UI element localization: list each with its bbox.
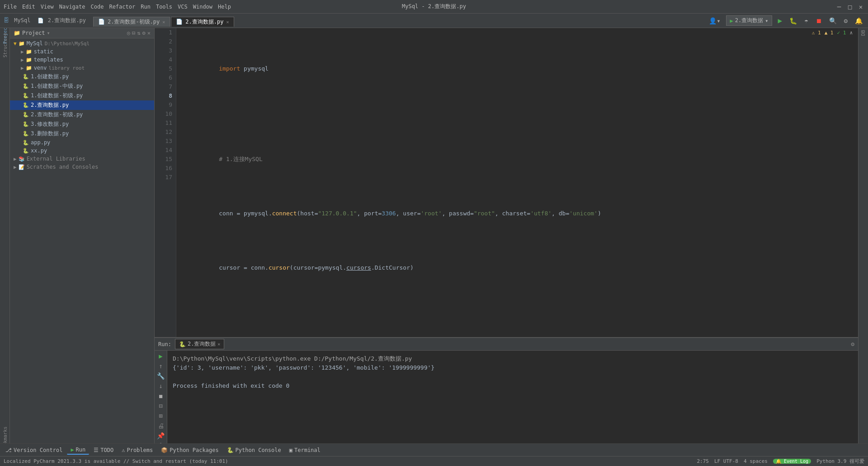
settings-panel-icon[interactable]: ⚙ (142, 30, 146, 36)
indent-indicator[interactable]: 4 spaces (744, 458, 768, 464)
panel-header-icons: ◎ ⊟ ⇅ ⚙ ✕ (127, 30, 151, 36)
run-up-icon[interactable]: ↑ (159, 362, 162, 370)
bottom-toolbar: ⎇ Version Control ▶ Run ☰ TODO ⚠ Problem… (0, 443, 868, 456)
problems-tab[interactable]: ⚠ Problems (118, 446, 156, 454)
run-down-icon[interactable]: ↓ (159, 382, 162, 390)
terminal-icon: ▣ (289, 447, 292, 453)
line-col-indicator[interactable]: 2:75 (697, 458, 709, 464)
title-bar: File Edit View Navigate Code Refactor Ru… (0, 0, 868, 14)
run-stop-icon[interactable]: ◼ (159, 392, 162, 399)
encoding-indicator[interactable]: LF UTF-8 (714, 458, 738, 464)
run-print-icon[interactable]: 🖨 (158, 422, 164, 429)
tree-item-query-main[interactable]: 🐍 2.查询数据.py (10, 100, 154, 110)
tree-item-create3[interactable]: 🐍 1.创建数据-初级.py (10, 91, 154, 100)
run-tab-label: Run (76, 447, 86, 453)
menu-vcs[interactable]: VCS (178, 4, 188, 10)
menu-window[interactable]: Window (193, 4, 212, 10)
run-layout-icon[interactable]: ⊞ (159, 412, 162, 419)
run-tab-main[interactable]: 🐍 2.查询数据 ✕ (175, 339, 224, 349)
close-tab-initial-icon[interactable]: ✕ (162, 19, 165, 24)
close-run-tab-icon[interactable]: ✕ (217, 342, 220, 347)
run-cmd-line: D:\Python\MySql\venv\Scripts\python.exe … (173, 354, 853, 363)
menu-run[interactable]: Run (141, 4, 151, 10)
version-control-icon: ⎇ (5, 447, 12, 453)
run-button[interactable]: ▶ (776, 15, 784, 26)
menu-view[interactable]: View (41, 4, 54, 10)
menu-navigate[interactable]: Navigate (59, 4, 85, 10)
tree-item-venv[interactable]: ▶ 📁 venv library root (10, 64, 154, 72)
code-editor[interactable]: import pymysql # 1.连接MySQL conn = pymysq… (176, 28, 858, 337)
bookmarks-icon[interactable]: Bookmarks (0, 434, 9, 443)
menu-help[interactable]: Help (218, 4, 231, 10)
tab-file-initial[interactable]: 📄 2.查询数据-初级.py ✕ (93, 17, 170, 27)
tree-item-scratches[interactable]: ▶ 📝 Scratches and Consoles (10, 163, 154, 171)
python-version[interactable]: Python 3.9 很可爱 (816, 458, 864, 465)
menu-file[interactable]: File (4, 4, 17, 10)
profile-icon[interactable]: 👤▾ (707, 16, 722, 25)
menu-tools[interactable]: Tools (156, 4, 172, 10)
version-control-tab[interactable]: ⎇ Version Control (2, 446, 66, 454)
py-file-icon-1: 🐍 (23, 74, 29, 80)
tree-item-create1[interactable]: 🐍 1.创建数据.py (10, 72, 154, 81)
tree-item-query-basic[interactable]: 🐍 2.查询数据-初级.py (10, 110, 154, 119)
warning-indicator[interactable]: ⚠ 1 (812, 30, 821, 36)
run-finish-line: Process finished with exit code 0 (173, 381, 853, 390)
run-tab[interactable]: ▶ Run (67, 446, 89, 455)
stop-button[interactable]: ⏹ (814, 16, 824, 25)
locate-icon[interactable]: ◎ (127, 30, 130, 36)
run-settings-icon[interactable]: ⚙ (851, 341, 854, 347)
tree-item-create2[interactable]: 🐍 1.创建数据-中级.py (10, 81, 154, 91)
close-panel-icon[interactable]: ✕ (147, 30, 151, 36)
run-pin-icon[interactable]: 📌 (157, 432, 165, 439)
todo-tab[interactable]: ☰ TODO (90, 446, 117, 454)
tree-item-ext-libs[interactable]: ▶ 📚 External Libraries (10, 155, 154, 163)
settings-icon[interactable]: ⚙ (842, 16, 849, 25)
todo-icon: ☰ (94, 447, 99, 453)
maximize-button[interactable]: □ (846, 3, 854, 10)
event-log-badge[interactable]: 🔔 Event Log (773, 459, 811, 464)
run-content: ▶ ↑ 🔧 ↓ ◼ ⊟ ⊞ 🖨 📌 🗑 D:\Python\MySql\venv… (155, 351, 858, 443)
tree-item-app[interactable]: 🐍 app.py (10, 138, 154, 147)
window-title: MySql - 2.查询数据.py (402, 3, 466, 10)
static-folder-icon: 📁 (26, 49, 32, 55)
minimize-button[interactable]: ─ (835, 3, 843, 10)
debug-button[interactable]: 🐛 (788, 16, 799, 25)
tree-item-static[interactable]: ▶ 📁 static (10, 48, 154, 56)
py-file-icon-7: 🐍 (23, 131, 29, 137)
menu-edit[interactable]: Edit (22, 4, 35, 10)
database-sidebar-icon[interactable]: DB (860, 30, 866, 36)
tree-item-delete[interactable]: 🐍 3.删除数据.py (10, 129, 154, 138)
menu-refactor[interactable]: Refactor (109, 4, 135, 10)
close-button[interactable]: ✕ (857, 3, 864, 10)
git-indicator[interactable]: ✓ 1 (837, 30, 846, 36)
tree-root-mysql[interactable]: ▼ 📁 MySql D:\Python\MySql (10, 39, 154, 48)
indicators-expand-icon[interactable]: ∧ (849, 30, 853, 36)
collapse-all-icon[interactable]: ⊟ (132, 30, 135, 36)
problems-icon: ⚠ (122, 447, 125, 453)
run-play-icon[interactable]: ▶ (159, 352, 162, 360)
notification-text[interactable]: Localized PyCharm 2021.3.3 is available … (4, 458, 228, 464)
sort-icon[interactable]: ⇅ (137, 30, 140, 36)
tree-item-xx[interactable]: 🐍 xx.py (10, 147, 154, 155)
coverage-button[interactable]: ☂ (802, 16, 810, 25)
tab-file-main[interactable]: 📄 2.查询数据.py ✕ (171, 17, 234, 27)
run-wrap-icon[interactable]: ⊟ (159, 402, 162, 409)
close-tab-main-icon[interactable]: ✕ (226, 19, 229, 24)
tree-item-modify[interactable]: 🐍 3.修改数据.py (10, 119, 154, 129)
update-icon[interactable]: 🔔 (853, 16, 864, 25)
scratches-icon: 📝 (19, 164, 25, 170)
error-indicator[interactable]: ▲ 1 (825, 30, 834, 36)
structure-icon[interactable]: Structure (0, 41, 9, 50)
folder-collapse-icon: ▶ (21, 49, 24, 55)
run-tab-icon: 🐍 (179, 341, 186, 347)
toolbar-right: 👤▾ ▶ 2.查询数据 ▾ ▶ 🐛 ☂ ⏹ 🔍 ⚙ 🔔 (707, 15, 864, 26)
mysql-folder-icon: 📁 (19, 41, 25, 47)
tree-item-templates[interactable]: ▶ 📁 templates (10, 56, 154, 64)
run-config-selector[interactable]: ▶ 2.查询数据 ▾ (726, 15, 773, 26)
menu-code[interactable]: Code (91, 4, 104, 10)
search-everywhere-icon[interactable]: 🔍 (827, 16, 839, 25)
terminal-tab[interactable]: ▣ Terminal (286, 446, 324, 454)
python-console-tab[interactable]: 🐍 Python Console (223, 446, 285, 454)
run-wrench-icon[interactable]: 🔧 (157, 372, 165, 380)
python-packages-tab[interactable]: 📦 Python Packages (157, 446, 222, 454)
